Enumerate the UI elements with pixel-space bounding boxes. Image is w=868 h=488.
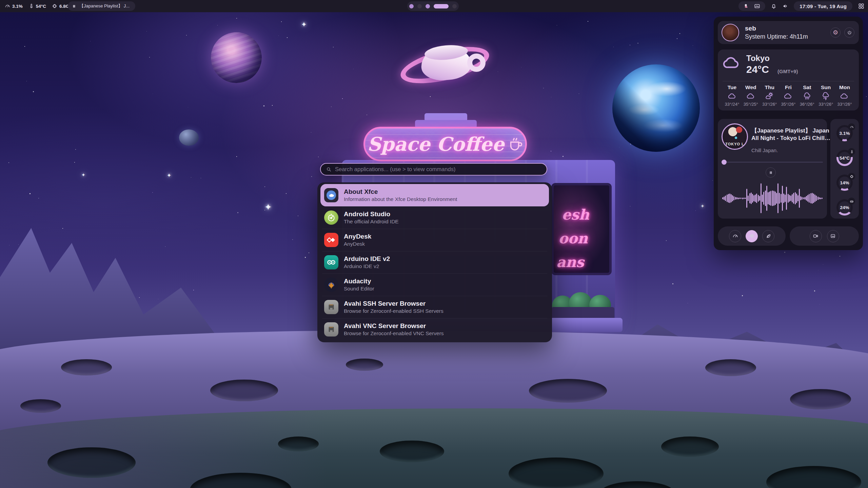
user-card: seb System Uptime: 4h11m ⚙ [718, 21, 859, 44]
chip-icon [848, 173, 855, 180]
weather-cloud-icon [728, 92, 736, 100]
waveform-bar [800, 196, 801, 200]
launcher-result-audacity[interactable]: Audacity Sound Editor [320, 273, 549, 296]
waveform-bar [773, 191, 774, 206]
sparkle-star: ✦ [167, 172, 171, 179]
image-tray-icon[interactable] [754, 3, 760, 9]
tray-app-icon[interactable] [744, 3, 749, 9]
powersave-profile-button[interactable] [762, 230, 774, 242]
star [619, 147, 619, 147]
waveform-bar [763, 192, 764, 205]
arduino-icon [324, 255, 338, 269]
crater [61, 359, 112, 375]
seek-knob[interactable] [722, 160, 727, 165]
crater [529, 379, 607, 403]
search-input[interactable] [335, 166, 541, 172]
balanced-profile-button[interactable] [746, 230, 758, 242]
star [217, 25, 218, 25]
leaf-icon [766, 233, 771, 239]
star [677, 38, 677, 39]
star [543, 88, 544, 88]
star [693, 45, 693, 46]
star [679, 33, 680, 34]
notifications-bell-icon[interactable] [771, 3, 777, 9]
volume-icon[interactable] [782, 3, 788, 9]
launcher-result-avahi-ssh[interactable]: Avahi SSH Server Browser Browse for Zero… [320, 296, 549, 318]
result-subtitle: The official Android IDE [344, 219, 399, 225]
pause-icon [72, 4, 76, 8]
crater [278, 436, 319, 451]
forecast-day-label: Mon [839, 84, 850, 90]
waveform-bar [786, 187, 787, 210]
launcher-result-arduino[interactable]: Arduino IDE v2 Arduino IDE v2 [320, 251, 549, 273]
now-playing-pill[interactable]: 【Japanese Playlist】 J... [68, 1, 135, 11]
temperature-gauge: 54°C [830, 146, 859, 170]
result-subtitle: Browse for Zeroconf-enabled VNC Servers [344, 330, 444, 337]
waveform-bar [793, 193, 794, 204]
star [630, 45, 630, 45]
launcher-result-about-xfce[interactable]: About Xfce Information about the Xfce De… [320, 184, 549, 206]
now-playing-label: 【Japanese Playlist】 J... [79, 3, 130, 9]
weather-temp: 24°C [746, 64, 769, 75]
workspace-dot[interactable] [409, 4, 414, 8]
weather-storm-icon [822, 92, 830, 100]
waveform-bar [785, 195, 786, 202]
track-title-line1: 【Japanese Playlist】 Japan [751, 127, 830, 135]
star [866, 96, 867, 97]
launcher-result-anydesk[interactable]: AnyDesk AnyDesk [320, 229, 549, 251]
waveform-bar [765, 190, 766, 206]
window-neon-text: ans [556, 250, 609, 274]
waveform-bar [761, 183, 762, 213]
power-button[interactable] [844, 27, 854, 38]
star [29, 193, 31, 194]
earth-planet [612, 64, 700, 152]
waveform-bar [752, 194, 753, 203]
star [563, 156, 564, 157]
waveform-bar [733, 196, 734, 200]
cpu-usage-stat: 3.1% [5, 3, 23, 9]
star [688, 303, 688, 303]
waveform-bar [728, 194, 729, 203]
launcher-result-avahi-vnc[interactable]: Avahi VNC Server Browser Browse for Zero… [320, 318, 549, 341]
star [281, 21, 282, 22]
star [672, 283, 673, 284]
waveform-bar [751, 192, 752, 204]
waveform-bar [731, 194, 732, 202]
workspace-dot[interactable] [452, 4, 457, 8]
crater [661, 436, 719, 457]
forecast-day-label: Tue [728, 84, 736, 90]
launcher-result-android-studio[interactable]: Android Studio The official Android IDE [320, 206, 549, 229]
coffee-cup-icon [508, 136, 523, 152]
star [9, 245, 9, 245]
coffee-shop-window: esh oon ans [551, 183, 612, 275]
small-moon [179, 129, 199, 146]
workspace-dot[interactable] [434, 4, 449, 8]
star [287, 37, 288, 38]
seek-bar[interactable] [722, 162, 823, 163]
workspace-dot[interactable] [417, 4, 422, 8]
screen-record-button[interactable] [810, 230, 822, 242]
workspace-dot[interactable] [426, 4, 430, 8]
track-title-line2: All Night - Tokyo LoFi Chill… [751, 135, 830, 142]
star [75, 149, 76, 150]
star [498, 72, 498, 72]
star [146, 31, 147, 32]
star [305, 257, 306, 258]
search-icon [326, 166, 332, 172]
clock[interactable]: 17:09 - Tue, 19 Aug [794, 1, 852, 11]
scales-icon [749, 233, 755, 239]
star [193, 290, 194, 290]
thermometer-icon [848, 148, 855, 155]
waveform-bar [753, 195, 754, 201]
star [62, 228, 63, 229]
settings-button[interactable]: ⚙ [830, 27, 841, 38]
control-panel: seb System Uptime: 4h11m ⚙ Tokyo 24°C (G… [714, 17, 863, 250]
performance-profile-button[interactable] [729, 230, 741, 242]
star [90, 41, 91, 41]
pause-button[interactable] [766, 167, 776, 178]
app-grid-icon[interactable] [858, 3, 865, 9]
screenshot-button[interactable] [827, 230, 839, 242]
system-stats: 3.1% 54°C 6.8G [5, 0, 69, 12]
star [74, 162, 75, 163]
forecast-temps: 33°/24° [725, 102, 739, 107]
